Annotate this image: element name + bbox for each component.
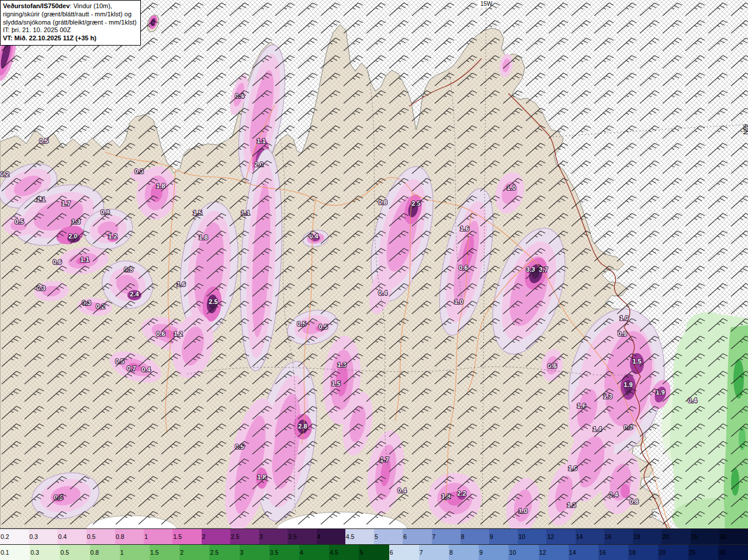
colorbar-tick-label: 6: [390, 549, 393, 556]
colorbar-segment: 12: [546, 529, 575, 544]
colorbar-tick-label: 0.5: [60, 549, 69, 556]
colorbar-tick-label: 0.3: [30, 549, 39, 556]
colorbar-tick-label: 0.8: [116, 533, 124, 540]
info-line-title: Veðurstofan/IS750dev: Vindur (10m),: [3, 2, 137, 11]
info-line-rain-legend: rigning/skúrir (grænt/blátt/rautt - mm/1…: [3, 11, 137, 19]
colorbar-tick-label: 10: [518, 533, 525, 540]
colorbar-tick-label: 9: [479, 549, 483, 556]
colorbar-segment: 5: [359, 545, 389, 560]
colorbar-tick-label: 20: [659, 549, 666, 556]
colorbar-segment: 12: [539, 545, 569, 560]
colorbar-tick-label: 16: [605, 533, 612, 540]
colorbar-segment: 2.5: [209, 545, 239, 560]
colorbar-tick-label: 5: [359, 549, 363, 556]
colorbar-segment: 5: [374, 529, 403, 544]
colorbar-segment: 3.5: [269, 545, 299, 560]
wind-barb-field: [0, 0, 748, 528]
colorbar-segment: 25: [688, 545, 718, 560]
colorbar-segment: 6: [403, 529, 431, 544]
colorbar-tick-label: 14: [569, 549, 576, 556]
colorbar-tick-label: 2.5: [210, 549, 219, 556]
colorbar-tick-label: 7: [432, 533, 436, 540]
colorbar-segment: 4.5: [345, 529, 374, 544]
colorbar-tick-label: 1.5: [173, 533, 182, 540]
colorbar-segment: 4: [299, 545, 329, 560]
colorbar-segment: 1.5: [172, 529, 201, 544]
colorbar-segment: 0.3: [29, 529, 57, 544]
colorbar-tick-label: 7: [420, 549, 423, 556]
colorbar-segment: 18: [633, 529, 662, 544]
colorbar-tick-label: 1.5: [150, 549, 159, 556]
colorbar-segment: 14: [576, 529, 604, 544]
colorbar-tick-label: 10: [509, 549, 516, 556]
colorbar-tick-label: 4.5: [330, 549, 338, 556]
info-line-init-time: IT: þri. 21. 10. 2025 00Z: [3, 26, 137, 34]
colorbar-tick-label: 4.5: [346, 533, 355, 540]
colorbar-tick-label: 9: [490, 533, 493, 540]
colorbar-tick-label: 3: [240, 549, 244, 556]
colorbar-segment: 2: [202, 529, 230, 544]
weather-map: 15W 66N 0.41.12.01.10.50.20.31.81.11.70.…: [0, 0, 748, 528]
colorbar-segment: 0.5: [60, 545, 89, 560]
colorbar-tick-label: 25: [691, 533, 698, 540]
info-line-valid-time: VT: Mið. 22.10.2025 11Z (+35 h): [3, 34, 137, 43]
colorbar-segment: 8: [449, 545, 479, 560]
colorbar-segment: 1: [144, 529, 172, 544]
colorbar-tick-label: 3: [259, 533, 263, 540]
colorbar-segment: 3.5: [288, 529, 316, 544]
colorbar-segment: 1: [120, 545, 150, 560]
colorbar-segment: 4: [317, 529, 345, 544]
colorbar-segment: 30: [718, 545, 748, 560]
colorbar-tick-label: 14: [576, 533, 583, 540]
colorbar-segment: 1.5: [150, 545, 179, 560]
colorbar-segment: 9: [489, 529, 518, 544]
colorbar-segment: 10: [518, 529, 546, 544]
colorbar-segment: 20: [662, 529, 690, 544]
colorbar-tick-label: 30: [720, 533, 727, 540]
colorbar-segment: 0.4: [57, 529, 86, 544]
colorbar-tick-label: 6: [403, 533, 407, 540]
colorbar-tick-label: 4: [317, 533, 321, 540]
colorbar-segment: 18: [628, 545, 658, 560]
colorbar-segment: 0.8: [115, 529, 144, 544]
colorbar-tick-label: 0.5: [87, 533, 96, 540]
colorbar-tick-label: 4: [300, 549, 303, 556]
colorbar-segment: 0.3: [30, 545, 60, 560]
colorbar-tick-label: 0.8: [91, 549, 99, 556]
weather-map-page: 15W 66N 0.41.12.01.10.50.20.31.81.11.70.…: [0, 0, 748, 560]
colorbar-segment: 2: [179, 545, 209, 560]
colorbar-tick-label: 2.5: [231, 533, 240, 540]
colorbar-segment: 10: [508, 545, 538, 560]
colorbar-segment: 0.2: [0, 529, 29, 544]
colorbar-tick-label: 1: [144, 533, 148, 540]
info-line-snow-legend: slydda/snjókoma (grátt/bleikt/grænt - mm…: [3, 19, 137, 27]
colorbar-segment: 16: [598, 545, 628, 560]
colorbar-tick-label: 18: [629, 549, 636, 556]
colorbar-rain: 0.10.30.50.811.522.533.544.5567891012141…: [0, 544, 748, 560]
colorbar-tick-label: 20: [662, 533, 669, 540]
colorbar-tick-label: 25: [689, 549, 696, 556]
colorbar-segment: 4.5: [329, 545, 359, 560]
colorbar-tick-label: 2: [202, 533, 206, 540]
colorbar-segment: 7: [419, 545, 449, 560]
colorbar-segment: 7: [432, 529, 460, 544]
colorbar-segment: 8: [460, 529, 489, 544]
colorbar-segment: 25: [691, 529, 719, 544]
colorbar-tick-label: 18: [633, 533, 640, 540]
colorbar-segment: 16: [604, 529, 633, 544]
colorbar-tick-label: 16: [599, 549, 606, 556]
colorbar-tick-label: 1: [120, 549, 124, 556]
colorbar-sleet-snow: 0.20.30.40.50.811.522.533.544.5567891012…: [0, 528, 748, 544]
colorbar-tick-label: 2: [180, 549, 183, 556]
colorbar-segment: 20: [658, 545, 688, 560]
colorbar-segment: 9: [479, 545, 508, 560]
colorbar-segment: 14: [569, 545, 598, 560]
colorbar-tick-label: 3.5: [288, 533, 297, 540]
colorbar-segment: 30: [719, 529, 748, 544]
forecast-info-box: Veðurstofan/IS750dev: Vindur (10m), rign…: [0, 0, 141, 46]
colorbar-tick-label: 0.3: [29, 533, 38, 540]
colorbar-tick-label: 8: [461, 533, 465, 540]
colorbar-segment: 0.1: [0, 545, 30, 560]
colorbar-segment: 3: [240, 545, 269, 560]
colorbar-tick-label: 0.4: [58, 533, 67, 540]
